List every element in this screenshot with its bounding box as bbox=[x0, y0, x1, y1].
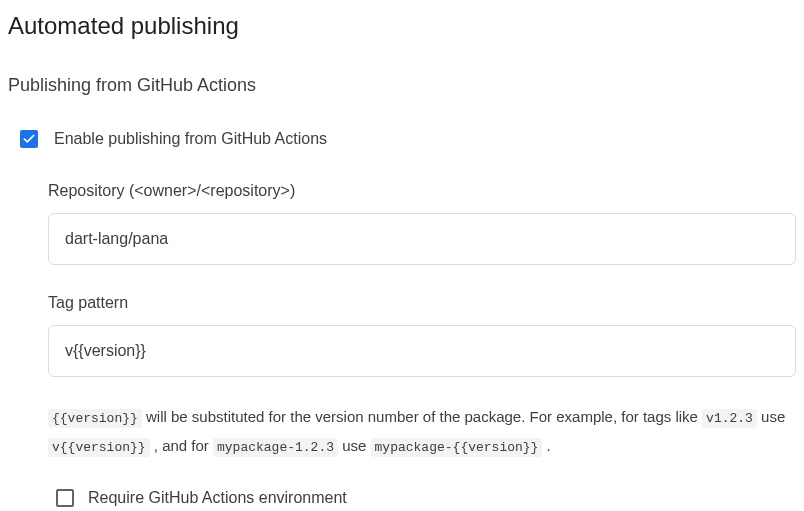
require-env-row: Require GitHub Actions environment bbox=[56, 486, 796, 510]
help-code-pattern1: v{{version}} bbox=[48, 438, 150, 457]
section-title: Publishing from GitHub Actions bbox=[8, 72, 796, 99]
repository-label: Repository (<owner>/<repository>) bbox=[48, 179, 796, 203]
tag-pattern-label: Tag pattern bbox=[48, 291, 796, 315]
require-env-checkbox[interactable] bbox=[56, 489, 74, 507]
checkmark-icon bbox=[22, 132, 36, 146]
help-text-span: use bbox=[338, 437, 371, 454]
require-env-label: Require GitHub Actions environment bbox=[88, 486, 347, 510]
repository-input[interactable] bbox=[48, 213, 796, 265]
help-code-version: {{version}} bbox=[48, 409, 142, 428]
page-title: Automated publishing bbox=[8, 8, 796, 44]
tag-pattern-input[interactable] bbox=[48, 325, 796, 377]
help-code-example1: v1.2.3 bbox=[702, 409, 757, 428]
enable-publishing-row: Enable publishing from GitHub Actions bbox=[8, 127, 796, 151]
help-text-span: will be substituted for the version numb… bbox=[142, 408, 702, 425]
enable-publishing-checkbox[interactable] bbox=[20, 130, 38, 148]
help-text-span: use bbox=[757, 408, 785, 425]
enable-publishing-label: Enable publishing from GitHub Actions bbox=[54, 127, 327, 151]
settings-block: Repository (<owner>/<repository>) Tag pa… bbox=[48, 179, 796, 510]
help-text-span: . bbox=[542, 437, 550, 454]
help-code-pattern2: mypackage-{{version}} bbox=[371, 438, 543, 457]
tag-pattern-help: {{version}} will be substituted for the … bbox=[48, 403, 796, 460]
help-code-example2: mypackage-1.2.3 bbox=[213, 438, 338, 457]
help-text-span: , and for bbox=[150, 437, 213, 454]
